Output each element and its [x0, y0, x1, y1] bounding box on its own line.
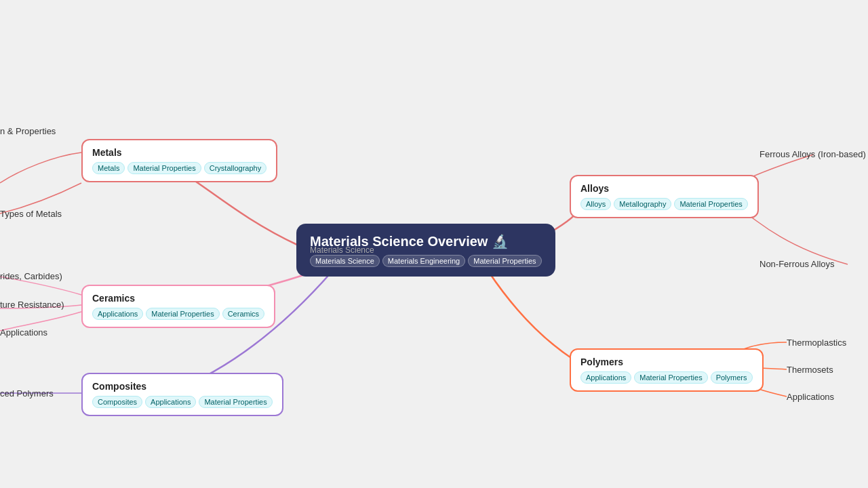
ceramics-tags: Applications Material Properties Ceramic… — [92, 308, 264, 320]
nitrides-carbides-text: rides, Carbides) — [0, 271, 62, 281]
composites-tag-1: Applications — [145, 396, 196, 408]
polymers-node: Polymers Applications Material Propertie… — [570, 348, 764, 392]
reinforced-polymers-text: ced Polymers — [0, 388, 54, 399]
ceramics-tag-1: Material Properties — [146, 308, 219, 320]
materials-science-label: Materials Science — [310, 245, 374, 255]
applications-right-text: Applications — [787, 392, 834, 402]
thermosets-text: Thermosets — [787, 365, 833, 375]
metals-tags: Metals Material Properties Crystallograp… — [92, 162, 267, 174]
ceramics-node: Ceramics Applications Material Propertie… — [81, 285, 275, 328]
composites-tag-0: Composites — [92, 396, 142, 408]
non-ferrous-text: Non-Ferrous Alloys — [760, 259, 835, 269]
alloys-tag-2: Material Properties — [674, 198, 747, 210]
types-of-metals-text: Types of Metals — [0, 209, 62, 219]
composites-tags: Composites Applications Material Propert… — [92, 396, 273, 408]
ceramics-tag-0: Applications — [92, 308, 143, 320]
composites-title: Composites — [92, 381, 273, 392]
composites-node: Composites Composites Applications Mater… — [81, 373, 283, 416]
center-tags: Materials Science Materials Engineering … — [310, 255, 542, 267]
alloys-tag-0: Alloys — [580, 198, 611, 210]
ceramics-title: Ceramics — [92, 293, 264, 304]
alloys-node: Alloys Alloys Metallography Material Pro… — [570, 175, 759, 218]
polymers-tag-0: Applications — [580, 371, 631, 384]
polymers-tags: Applications Material Properties Polymer… — [580, 371, 753, 384]
thermoplastics-text: Thermoplastics — [787, 338, 846, 348]
center-tag-1: Materials Engineering — [382, 255, 465, 267]
metals-title: Metals — [92, 147, 267, 158]
ferrous-text: Ferrous Alloys (Iron-based) — [760, 149, 866, 159]
ceramics-tag-2: Ceramics — [222, 308, 264, 320]
applications-left-text: Applications — [0, 327, 47, 338]
metals-tag-2: Crystallography — [204, 162, 267, 174]
metals-node: Metals Metals Material Properties Crysta… — [81, 139, 277, 182]
alloys-title: Alloys — [580, 183, 748, 194]
polymers-tag-2: Polymers — [711, 371, 753, 384]
fracture-resistance-text: ture Resistance) — [0, 300, 64, 310]
structure-properties-text: n & Properties — [0, 126, 56, 136]
composites-tag-2: Material Properties — [199, 396, 272, 408]
center-tag-0: Materials Science — [310, 255, 380, 267]
metals-tag-0: Metals — [92, 162, 125, 174]
metals-tag-1: Material Properties — [127, 162, 201, 174]
center-tag-2: Material Properties — [468, 255, 541, 267]
polymers-title: Polymers — [580, 357, 753, 367]
polymers-tag-1: Material Properties — [634, 371, 707, 384]
alloys-tags: Alloys Metallography Material Properties — [580, 198, 748, 210]
alloys-tag-1: Metallography — [614, 198, 671, 210]
